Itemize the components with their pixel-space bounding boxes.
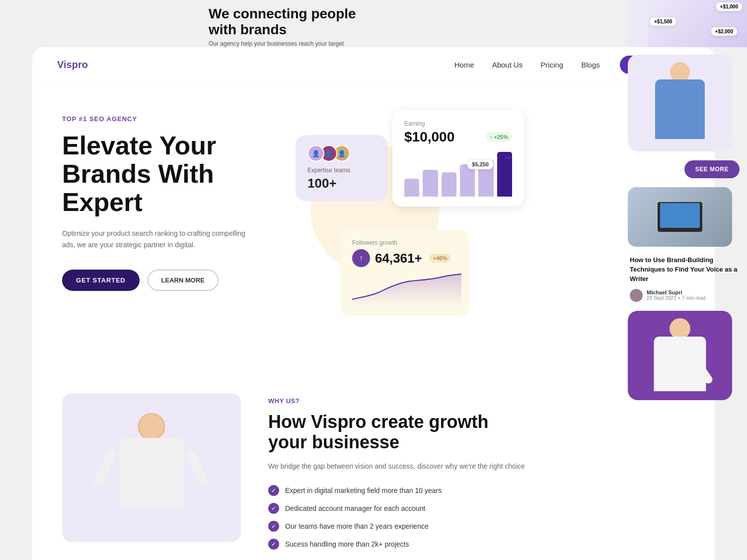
check-item-3: ✓ Our teams have more than 2 years exper… — [268, 521, 685, 532]
check-item-1: ✓ Expert in digital marketing field more… — [268, 485, 685, 496]
expertise-widget: 👤 👤 👤 Expertise teams 100+ — [296, 135, 387, 201]
see-more-container: SEE MORE — [628, 160, 740, 178]
nav-blogs[interactable]: Blogs — [581, 61, 600, 69]
person-shape — [107, 413, 196, 542]
blog-title: How to Use Brand-Building Techniques to … — [630, 256, 738, 284]
sb-head — [670, 318, 690, 339]
check-item-2: ✓ Dedicated account manager for each acc… — [268, 503, 685, 514]
get-started-button[interactable]: GET STARTED — [62, 270, 140, 291]
bar-chart: ↗ $5,250 — [404, 152, 512, 197]
earning-label: Earning — [404, 120, 512, 127]
logo: Vispro — [57, 59, 88, 70]
hero-left: TOP #1 SEO AGENCY Elevate Your Brands Wi… — [62, 110, 281, 349]
laptop-shape — [658, 202, 702, 232]
right-sidebar: SEE MORE How to Use Brand-Building Techn… — [628, 0, 740, 400]
earning-growth-badge: ↑ +25% — [486, 132, 512, 142]
bar-tooltip: $5,250 — [467, 159, 493, 169]
checklist: ✓ Expert in digital marketing field more… — [268, 485, 685, 550]
page-wrapper: We connecting people with brands Our age… — [0, 0, 747, 560]
bar-1 — [404, 179, 419, 197]
blog-image-bg — [628, 187, 732, 247]
blog-meta: 29 Sept 2023 • 7 min read — [647, 295, 705, 301]
author-avatar — [630, 289, 643, 302]
earning-header: $10,000 ↑ +25% — [404, 129, 512, 145]
why-us-content: WHY US? How Vispro create growth your bu… — [268, 393, 685, 550]
earning-widget: Earning $10,000 ↑ +25% — [392, 110, 524, 207]
head-shape — [138, 413, 165, 440]
sidebar-bottom-image — [628, 311, 732, 400]
nav-home[interactable]: Home — [454, 61, 474, 69]
right-arm — [185, 448, 210, 488]
avatar-1: 👤 — [307, 145, 324, 162]
body-shape — [119, 438, 184, 507]
followers-widget: Followers growth ↑ 64,361+ +40% — [340, 229, 469, 316]
author-details: Michael Supri 29 Sept 2023 • 7 min read — [647, 289, 705, 301]
left-arm — [93, 448, 118, 488]
author-name: Michael Supri — [647, 289, 705, 295]
hero-title: Elevate Your Brands With Expert — [62, 132, 281, 217]
blog-card-image — [628, 187, 732, 247]
navbar: Vispro Home About Us Pricing Blogs CONTA… — [32, 47, 715, 83]
hero-badge: TOP #1 SEO AGENCY — [62, 115, 281, 123]
learn-more-button[interactable]: LEARN MORE — [148, 270, 219, 291]
sidebar-hero-image — [628, 55, 732, 151]
nav-about[interactable]: About Us — [492, 61, 523, 69]
why-person — [97, 403, 206, 542]
peek-heading: We connecting people with brands — [209, 6, 368, 38]
hero-subtitle: Optimize your product search ranking to … — [62, 228, 246, 251]
followers-up-icon: ↑ — [352, 249, 370, 267]
hero-buttons: GET STARTED LEARN MORE — [62, 270, 281, 291]
blog-author-row: Michael Supri 29 Sept 2023 • 7 min read — [630, 289, 738, 302]
see-more-button[interactable]: SEE MORE — [684, 160, 740, 178]
sidebar-bottom-person — [640, 318, 720, 400]
hero-section: TOP #1 SEO AGENCY Elevate Your Brands Wi… — [32, 83, 715, 368]
avatar-group: 👤 👤 👤 — [307, 145, 375, 162]
followers-badge: +40% — [429, 254, 451, 263]
followers-header: ↑ 64,361+ +40% — [352, 249, 457, 267]
expertise-value: 100+ — [307, 176, 375, 191]
s-head — [670, 62, 690, 82]
main-card: Vispro Home About Us Pricing Blogs CONTA… — [32, 47, 715, 560]
laptop-screen — [660, 203, 700, 228]
followers-label: Followers growth — [352, 239, 457, 246]
blog-info: How to Use Brand-Building Techniques to … — [628, 256, 740, 302]
followers-amount: 64,361+ — [375, 251, 422, 266]
expertise-label: Expertise teams — [307, 167, 375, 174]
bar-2 — [423, 170, 438, 197]
why-title: How Vispro create growth your businesse — [268, 412, 685, 453]
why-us-section: WHY US? How Vispro create growth your bu… — [32, 368, 715, 560]
why-badge: WHY US? — [268, 397, 685, 405]
s-body — [655, 79, 705, 139]
check-icon-2: ✓ — [268, 503, 279, 514]
why-us-image — [62, 393, 241, 542]
check-item-4: ✓ Sucess handling more than 2k+ projects — [268, 539, 685, 550]
check-icon-4: ✓ — [268, 539, 279, 550]
followers-chart — [352, 272, 461, 304]
check-icon-1: ✓ — [268, 485, 279, 496]
nav-pricing[interactable]: Pricing — [540, 61, 563, 69]
why-subtitle: We bridge the gap between vision and suc… — [268, 461, 685, 472]
check-icon-3: ✓ — [268, 521, 279, 532]
nav-links: Home About Us Pricing Blogs — [454, 61, 600, 69]
bar-3 — [442, 172, 456, 197]
earning-amount: $10,000 — [404, 129, 454, 145]
sidebar-person — [640, 62, 720, 151]
